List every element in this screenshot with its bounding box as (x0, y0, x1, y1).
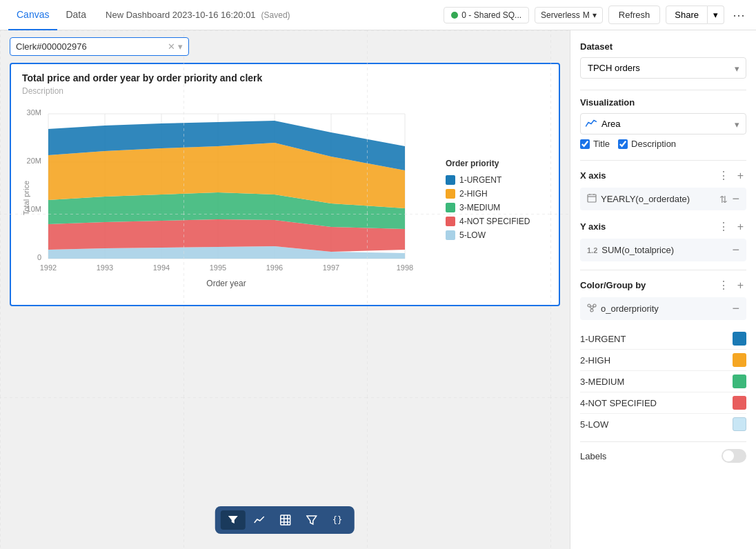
labels-section: Labels (580, 449, 746, 463)
svg-text:0: 0 (37, 253, 41, 261)
dataset-select[interactable]: TPCH orders (580, 57, 746, 79)
tab-canvas[interactable]: Canvas (8, 0, 57, 30)
legend-item-2: 2-HIGH (446, 189, 548, 199)
svg-text:20M: 20M (27, 157, 41, 165)
status-pill[interactable]: 0 - Shared SQ... (444, 7, 529, 23)
svg-marker-30 (307, 516, 317, 524)
filter-input-wrap[interactable]: ✕ ▾ (10, 37, 189, 56)
bottom-toolbar: {} (215, 506, 355, 534)
color-group-more-button[interactable]: ⋮ (715, 277, 732, 293)
toolbar-table-button[interactable] (273, 510, 298, 530)
clear-icon[interactable]: ✕ (168, 41, 175, 52)
svg-text:Total price: Total price (22, 181, 30, 215)
legend-color-4 (446, 217, 455, 226)
x-axis-add-button[interactable]: + (735, 168, 746, 183)
y-axis-more-button[interactable]: ⋮ (715, 219, 732, 234)
share-button[interactable]: Share (666, 6, 708, 24)
dashboard-title: New Dashboard 2023-10-16 16:20:01 (106, 10, 256, 20)
chart-svg-wrap: 30M 20M 10M 0 Total price (22, 101, 437, 297)
svg-line-40 (592, 307, 594, 309)
x-axis-field-label: YEARLY(o_orderdate) (601, 194, 715, 204)
legend-color-5 (446, 230, 455, 240)
code-label: {} (332, 515, 342, 525)
svg-text:1992: 1992 (40, 263, 57, 272)
priority-color-3[interactable] (733, 375, 746, 388)
calendar-svg-icon (587, 193, 597, 203)
chevron-down-icon[interactable]: ▾ (178, 41, 183, 52)
color-group-add-button[interactable]: + (735, 277, 746, 293)
toolbar-filter-button[interactable] (221, 510, 246, 530)
dataset-section: Dataset TPCH orders (580, 41, 746, 79)
x-axis-header: X axis ⋮ + (580, 168, 746, 183)
x-axis-more-button[interactable]: ⋮ (715, 168, 732, 183)
x-axis-label: X axis (580, 170, 606, 181)
svg-point-36 (593, 304, 596, 307)
description-checkbox[interactable] (618, 139, 628, 149)
color-group-actions: ⋮ + (715, 277, 746, 293)
divider-3 (580, 270, 746, 270)
svg-text:Order year: Order year (206, 279, 246, 288)
visualization-label: Visualization (580, 97, 746, 108)
priority-list: 1-URGENT 2-HIGH 3-MEDIUM 4-NOT SPECIFIED… (580, 328, 746, 435)
labels-toggle[interactable] (722, 449, 746, 463)
priority-label-4: 4-NOT SPECIFIED (580, 398, 657, 408)
x-axis-remove-button[interactable]: − (732, 192, 739, 206)
toolbar-funnel-button[interactable] (299, 510, 324, 530)
x-axis-item: YEARLY(o_orderdate) ⇅ − (580, 188, 746, 210)
calendar-icon (587, 193, 597, 205)
priority-color-5[interactable] (733, 417, 746, 431)
y-axis-add-button[interactable]: + (735, 219, 746, 234)
color-group-remove-button[interactable]: − (732, 301, 739, 316)
color-group-field-label: o_orderpriority (601, 303, 728, 314)
legend-label-3: 3-MEDIUM (459, 203, 500, 212)
canvas-area: ✕ ▾ Total price and order year by order … (0, 30, 570, 549)
serverless-pill[interactable]: Serverless M ▾ (535, 7, 603, 23)
tab-data[interactable]: Data (57, 0, 94, 30)
description-checkbox-label[interactable]: Description (618, 139, 676, 149)
svg-rect-31 (588, 194, 596, 202)
viz-options-row: Title Description (580, 139, 746, 149)
app-header: Canvas Data New Dashboard 2023-10-16 16:… (0, 0, 756, 30)
svg-text:1995: 1995 (210, 263, 226, 272)
toolbar-code-button[interactable]: {} (326, 511, 349, 529)
legend-color-1 (446, 175, 455, 185)
dataset-label: Dataset (580, 41, 746, 52)
legend-label-5: 5-LOW (459, 230, 486, 240)
share-chevron-button[interactable]: ▾ (708, 6, 724, 24)
y-axis-remove-button[interactable]: − (732, 243, 739, 257)
title-checkbox-label[interactable]: Title (580, 139, 610, 149)
divider-1 (580, 90, 746, 90)
y-axis-header: Y axis ⋮ + (580, 219, 746, 234)
visualization-select[interactable]: Area Bar Line Pie (580, 113, 746, 134)
priority-label-1: 1-URGENT (580, 334, 626, 344)
description-checkbox-text: Description (631, 139, 676, 149)
chart-container: Total price and order year by order prio… (10, 63, 560, 306)
toolbar-chart-button[interactable] (247, 510, 272, 530)
viz-select-wrap[interactable]: Area Bar Line Pie (580, 113, 746, 134)
area-viz-icon (586, 118, 597, 128)
saved-badge: (Saved) (261, 10, 290, 20)
status-label: 0 - Shared SQ... (461, 10, 521, 20)
svg-text:30M: 30M (27, 108, 41, 117)
refresh-button[interactable]: Refresh (608, 6, 661, 24)
sort-icon[interactable]: ⇅ (719, 194, 728, 205)
more-options-button[interactable]: ⋯ (730, 5, 748, 26)
legend-color-2 (446, 189, 455, 199)
y-axis-actions: ⋮ + (715, 219, 746, 234)
priority-row-4: 4-NOT SPECIFIED (580, 392, 746, 414)
divider-2 (580, 160, 746, 161)
group-svg-icon (587, 303, 597, 312)
color-group-header: Color/Group by ⋮ + (580, 277, 746, 293)
filter-bar: ✕ ▾ (0, 30, 570, 63)
title-checkbox[interactable] (580, 139, 590, 149)
svg-point-35 (588, 304, 590, 307)
priority-color-4[interactable] (733, 396, 746, 410)
legend-title: Order priority (446, 159, 548, 168)
filter-input[interactable] (16, 41, 168, 52)
y-axis-label: Y axis (580, 221, 606, 232)
dataset-select-wrap[interactable]: TPCH orders (580, 57, 746, 79)
svg-rect-25 (281, 515, 290, 525)
color-group-item: o_orderpriority − (580, 297, 746, 320)
priority-color-2[interactable] (733, 353, 746, 367)
priority-color-1[interactable] (733, 332, 746, 346)
